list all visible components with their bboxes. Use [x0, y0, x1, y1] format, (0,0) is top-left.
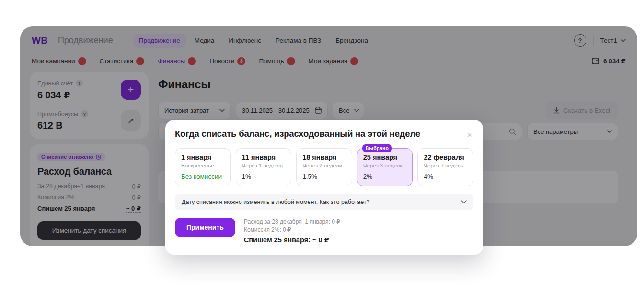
writeoff-option-card[interactable]: Выбрано 25 января Через 3 недели 2%	[357, 148, 413, 186]
accordion-label: Дату списания можно изменить в любой мом…	[182, 199, 369, 205]
option-fee: Без комиссии	[181, 173, 225, 180]
how-it-works-accordion[interactable]: Дату списания можно изменить в любой мом…	[175, 194, 473, 210]
modal-header: Когда списать баланс, израсходованный на…	[175, 129, 473, 141]
writeoff-option-card[interactable]: 22 февраля Через 7 недель 4%	[417, 148, 473, 186]
modal-footer: Применить Расход за 28 декабря–1 января:…	[175, 218, 473, 245]
option-note: Через 3 недели	[363, 163, 407, 168]
close-icon[interactable]: ×	[466, 129, 473, 141]
writeoff-option-card[interactable]: 18 января Через 2 недели 1.5%	[296, 148, 352, 186]
summary-line: Расход за 28 декабря–1 января: 0 ₽	[244, 218, 340, 226]
chevron-down-icon	[461, 200, 467, 204]
writeoff-summary: Расход за 28 декабря–1 января: 0 ₽ Комис…	[244, 218, 340, 245]
option-note: Через 2 недели	[302, 163, 346, 168]
summary-line: Комиссия 2%: 0 ₽	[244, 226, 340, 234]
option-note: Через 1 неделю	[242, 163, 286, 168]
option-date: 22 февраля	[424, 154, 467, 161]
writeoff-date-modal: Когда списать баланс, израсходованный на…	[165, 120, 483, 255]
option-fee: 4%	[424, 173, 467, 180]
option-note: Воскресенье	[181, 163, 225, 168]
option-fee: 2%	[363, 173, 407, 180]
writeoff-options: 1 января Воскресенье Без комиссии 11 янв…	[175, 148, 473, 186]
option-date: 25 января	[363, 154, 407, 161]
option-date: 1 января	[181, 154, 225, 161]
page: WB Продвижение ПродвижениеМедиаИнфлюенсР…	[0, 0, 644, 286]
option-note: Через 7 недель	[424, 163, 467, 168]
apply-button[interactable]: Применить	[175, 218, 235, 237]
selected-badge: Выбрано	[362, 144, 392, 152]
option-date: 18 января	[302, 154, 346, 161]
option-fee: 1.5%	[302, 173, 346, 180]
writeoff-option-card[interactable]: 1 января Воскресенье Без комиссии	[175, 148, 231, 186]
writeoff-option-card[interactable]: 11 января Через 1 неделю 1%	[236, 148, 292, 186]
summary-total: Спишем 25 января: ~ 0 ₽	[244, 235, 340, 245]
option-date: 11 января	[242, 154, 286, 161]
modal-title: Когда списать баланс, израсходованный на…	[175, 129, 420, 139]
option-fee: 1%	[242, 173, 286, 180]
